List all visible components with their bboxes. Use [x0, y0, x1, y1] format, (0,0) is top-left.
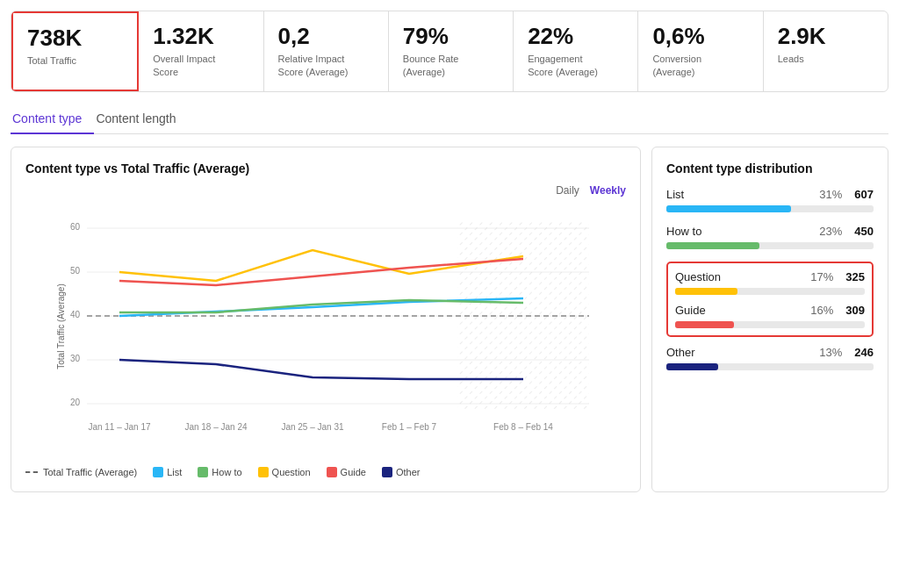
- bar-fill-question: [675, 288, 737, 295]
- dist-row-other[interactable]: Other 13% 246: [666, 346, 874, 370]
- svg-text:Jan 25 – Jan 31: Jan 25 – Jan 31: [281, 422, 344, 432]
- metric-label-bounce-rate: Bounce Rate(Average): [403, 53, 499, 80]
- dist-label-how-to: How to: [666, 225, 701, 238]
- dist-row-list[interactable]: List 31% 607: [666, 188, 874, 212]
- metric-label-overall-impact: Overall ImpactScore: [153, 53, 248, 80]
- svg-text:Jan 18 – Jan 24: Jan 18 – Jan 24: [184, 422, 248, 432]
- dist-count-how-to: 450: [854, 225, 874, 238]
- dist-label-guide: Guide: [675, 304, 706, 317]
- dist-row-guide[interactable]: Guide 16% 309: [675, 304, 865, 328]
- bar-fill-list: [666, 205, 791, 212]
- bar-bg-list: [666, 205, 874, 212]
- metric-label-leads: Leads: [778, 53, 874, 66]
- bar-fill-guide: [675, 321, 734, 328]
- legend-how-to: How to: [198, 467, 241, 477]
- chart-area: 60 50 40 30 20: [25, 204, 626, 458]
- bar-bg-how-to: [666, 242, 874, 249]
- metric-total-traffic[interactable]: 738K Total Traffic: [11, 11, 139, 91]
- metric-conversion[interactable]: 0,6% Conversion(Average): [638, 11, 763, 91]
- metric-overall-impact[interactable]: 1.32K Overall ImpactScore: [139, 11, 263, 91]
- dist-count-guide: 309: [845, 304, 865, 317]
- weekly-control[interactable]: Weekly: [590, 184, 626, 197]
- tabs-row: Content type Content length: [11, 106, 888, 134]
- chart-controls: Daily Weekly: [25, 184, 626, 197]
- legend-other: Other: [382, 467, 421, 477]
- daily-control[interactable]: Daily: [556, 184, 579, 197]
- dist-label-other: Other: [666, 346, 695, 359]
- distribution-title: Content type distribution: [666, 161, 874, 176]
- dist-pct-how-to: 23%: [819, 225, 842, 238]
- distribution-panel: Content type distribution List 31% 607 H…: [651, 147, 888, 492]
- svg-text:Feb 8 – Feb 14: Feb 8 – Feb 14: [493, 422, 553, 432]
- chart-svg: 60 50 40 30 20: [25, 204, 626, 458]
- svg-text:20: 20: [70, 398, 81, 407]
- metric-value-total-traffic: 738K: [27, 25, 123, 51]
- dist-pct-question: 17%: [810, 270, 833, 283]
- svg-text:60: 60: [70, 222, 81, 232]
- metric-label-engagement-score: EngagementScore (Average): [528, 53, 623, 80]
- metric-value-overall-impact: 1.32K: [153, 24, 248, 49]
- dist-count-list: 607: [854, 188, 874, 201]
- dist-count-other: 246: [854, 346, 874, 359]
- svg-text:Total Traffic (Average): Total Traffic (Average): [56, 283, 66, 369]
- dist-label-question: Question: [675, 270, 721, 283]
- bar-bg-question: [675, 288, 865, 295]
- metric-value-engagement-score: 22%: [528, 24, 623, 49]
- bar-bg-guide: [675, 321, 865, 328]
- chart-legend: Total Traffic (Average) List How to Ques…: [25, 467, 626, 477]
- metric-relative-impact[interactable]: 0,2 Relative ImpactScore (Average): [264, 11, 389, 91]
- bar-fill-other: [666, 363, 718, 370]
- chart-title: Content type vs Total Traffic (Average): [25, 161, 626, 176]
- metric-value-bounce-rate: 79%: [403, 24, 499, 49]
- bar-fill-how-to: [666, 242, 759, 249]
- metric-leads[interactable]: 2.9K Leads: [764, 11, 888, 91]
- metric-label-conversion: Conversion(Average): [652, 53, 748, 80]
- svg-text:50: 50: [70, 266, 81, 276]
- bar-bg-other: [666, 363, 874, 370]
- dist-selected-group: Question 17% 325 Guide: [666, 262, 874, 337]
- metric-engagement-score[interactable]: 22% EngagementScore (Average): [514, 11, 638, 91]
- legend-list: List: [153, 467, 182, 477]
- main-content: Content type vs Total Traffic (Average) …: [11, 147, 888, 492]
- legend-question: Question: [258, 467, 311, 477]
- chart-panel: Content type vs Total Traffic (Average) …: [11, 147, 641, 492]
- tab-content-length[interactable]: Content length: [94, 106, 188, 134]
- svg-text:40: 40: [70, 310, 81, 319]
- dist-row-how-to[interactable]: How to 23% 450: [666, 225, 874, 249]
- metrics-bar: 738K Total Traffic 1.32K Overall ImpactS…: [11, 11, 888, 92]
- legend-guide: Guide: [327, 467, 366, 477]
- svg-text:30: 30: [70, 354, 81, 363]
- dist-count-question: 325: [845, 270, 865, 283]
- metric-label-total-traffic: Total Traffic: [27, 54, 123, 68]
- tab-content-type[interactable]: Content type: [11, 106, 94, 134]
- dist-label-list: List: [666, 188, 684, 201]
- dist-pct-list: 31%: [819, 188, 842, 201]
- dist-pct-other: 13%: [819, 346, 842, 359]
- dist-row-question[interactable]: Question 17% 325: [675, 270, 865, 295]
- metric-label-relative-impact: Relative ImpactScore (Average): [278, 53, 374, 80]
- svg-text:Jan 11 – Jan 17: Jan 11 – Jan 17: [88, 422, 151, 432]
- metric-value-leads: 2.9K: [778, 24, 874, 49]
- dist-pct-guide: 16%: [810, 304, 833, 317]
- svg-text:Feb 1 – Feb 7: Feb 1 – Feb 7: [382, 422, 437, 432]
- metric-value-conversion: 0,6%: [652, 24, 748, 49]
- metric-bounce-rate[interactable]: 79% Bounce Rate(Average): [389, 11, 514, 91]
- metric-value-relative-impact: 0,2: [278, 24, 374, 49]
- legend-total-traffic: Total Traffic (Average): [25, 467, 137, 477]
